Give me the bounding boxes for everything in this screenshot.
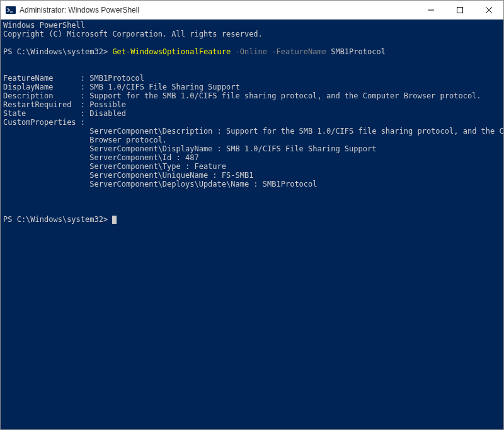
prompt-1: PS C:\Windows\system32> [3,47,112,56]
powershell-window: Administrator: Windows PowerShell Window… [0,0,504,430]
cmdlet-arg: SMB1Protocol [331,47,386,56]
close-button[interactable] [474,1,503,19]
output-restart-required: RestartRequired : Possible [3,100,126,109]
output-description: Description : Support for the SMB 1.0/CI… [3,91,481,100]
svg-rect-3 [457,7,463,13]
svg-rect-0 [6,6,16,14]
output-cp-type: ServerComponent\Type : Feature [3,162,226,171]
cmdlet-params: -Online -FeatureName [231,47,331,56]
output-cp-id: ServerComponent\Id : 487 [3,153,199,162]
output-cp-deploys: ServerComponent\Deploys\Update\Name : SM… [3,180,318,189]
output-cp-description-cont: Browser protocol. [3,136,167,144]
command-line-1: PS C:\Windows\system32> Get-WindowsOptio… [3,47,386,56]
output-feature-name: FeatureName : SMB1Protocol [3,74,144,83]
output-custom-properties: CustomProperties : [3,118,85,127]
cmdlet-name: Get-WindowsOptionalFeature [112,47,231,56]
output-cp-uniquename: ServerComponent\UniqueName : FS-SMB1 [3,171,253,180]
maximize-button[interactable] [445,1,474,19]
output-cp-description: ServerComponent\Description : Support fo… [3,127,503,136]
console-area[interactable]: Windows PowerShell Copyright (C) Microso… [1,20,503,429]
powershell-icon [6,5,16,15]
output-display-name: DisplayName : SMB 1.0/CIFS File Sharing … [3,83,240,91]
output-state: State : Disabled [3,109,126,118]
titlebar[interactable]: Administrator: Windows PowerShell [1,1,503,20]
minimize-button[interactable] [416,1,445,19]
output-cp-displayname: ServerComponent\DisplayName : SMB 1.0/CI… [3,144,376,153]
header-line-2: Copyright (C) Microsoft Corporation. All… [3,30,263,38]
header-line-1: Windows PowerShell [3,21,85,30]
command-line-2: PS C:\Windows\system32> [3,215,117,224]
window-title: Administrator: Windows PowerShell [20,6,416,15]
window-controls [416,1,503,19]
cursor [112,216,117,224]
prompt-2: PS C:\Windows\system32> [3,215,112,224]
